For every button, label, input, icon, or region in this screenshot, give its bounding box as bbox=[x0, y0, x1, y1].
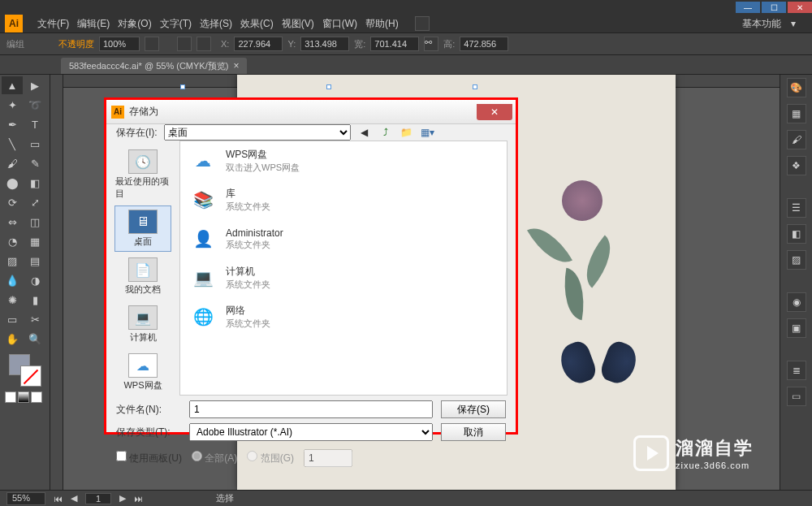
symbols-panel-icon[interactable]: ❖ bbox=[787, 156, 806, 175]
stroke-color-icon[interactable] bbox=[20, 365, 41, 387]
selection-handle[interactable] bbox=[180, 84, 185, 89]
menu-select[interactable]: 选择(S) bbox=[200, 17, 232, 31]
file-list-item[interactable]: 🌐 网络系统文件夹 bbox=[180, 297, 507, 336]
workspace-label[interactable]: 基本功能 bbox=[742, 17, 781, 31]
direct-selection-tool[interactable]: ▶ bbox=[24, 76, 45, 94]
menu-edit[interactable]: 编辑(E) bbox=[77, 17, 110, 31]
graphic-styles-panel-icon[interactable]: ▣ bbox=[787, 318, 806, 338]
zoom-level[interactable]: 55% bbox=[6, 492, 45, 505]
save-in-dropdown[interactable]: 桌面 bbox=[164, 124, 351, 141]
free-transform-tool[interactable]: ◫ bbox=[24, 213, 45, 231]
sidebar-item-computer[interactable]: 💻 计算机 bbox=[114, 301, 171, 348]
workspace-dropdown-icon[interactable]: ▾ bbox=[791, 18, 796, 29]
blob-brush-tool[interactable]: ⬤ bbox=[2, 174, 23, 192]
up-folder-icon[interactable]: ⤴ bbox=[378, 125, 393, 140]
file-list-item[interactable]: 📚 库系统文件夹 bbox=[180, 180, 507, 219]
color-mode-gradient[interactable] bbox=[18, 391, 29, 403]
lasso-tool[interactable]: ➰ bbox=[24, 96, 45, 114]
dialog-file-list[interactable]: ☁ WPS网盘双击进入WPS网盘 📚 库系统文件夹 👤 Administrato… bbox=[179, 141, 508, 396]
sidebar-item-wps[interactable]: ☁ WPS网盘 bbox=[114, 349, 171, 396]
eraser-tool[interactable]: ◧ bbox=[24, 174, 45, 192]
dialog-close-button[interactable]: ✕ bbox=[477, 104, 512, 120]
opacity-input[interactable] bbox=[99, 37, 140, 51]
tab-close-icon[interactable]: × bbox=[233, 60, 239, 71]
align-icon-1[interactable] bbox=[177, 37, 192, 51]
link-wh-icon[interactable]: ⚯ bbox=[424, 37, 438, 51]
perspective-tool[interactable]: ▦ bbox=[24, 232, 45, 250]
view-menu-icon[interactable]: ▦▾ bbox=[421, 125, 435, 140]
sidebar-item-desktop[interactable]: 🖥 桌面 bbox=[114, 205, 171, 252]
fill-stroke-swatch[interactable] bbox=[9, 354, 41, 387]
document-tab[interactable]: 583feedaccc4c.ai* @ 55% (CMYK/预览) × bbox=[61, 58, 247, 74]
scale-tool[interactable]: ⤢ bbox=[24, 193, 45, 211]
h-input[interactable] bbox=[460, 37, 508, 51]
rectangle-tool[interactable]: ▭ bbox=[24, 135, 45, 153]
artboard-tool[interactable]: ▭ bbox=[2, 310, 23, 328]
type-tool[interactable]: T bbox=[24, 115, 45, 133]
magic-wand-tool[interactable]: ✦ bbox=[2, 96, 23, 114]
file-list-item[interactable]: ☁ WPS网盘双击进入WPS网盘 bbox=[180, 141, 507, 180]
cancel-button[interactable]: 取消 bbox=[441, 423, 506, 441]
file-list-item[interactable]: 👤 Administrator系统文件夹 bbox=[180, 219, 507, 258]
window-minimize-button[interactable]: — bbox=[736, 2, 760, 13]
hand-tool[interactable]: ✋ bbox=[2, 330, 23, 348]
gradient-panel-icon[interactable]: ◧ bbox=[787, 224, 806, 244]
zoom-tool[interactable]: 🔍 bbox=[24, 330, 45, 348]
window-close-button[interactable]: ✕ bbox=[788, 2, 812, 13]
color-mode-none[interactable] bbox=[31, 391, 42, 403]
mesh-tool[interactable]: ▨ bbox=[2, 252, 23, 270]
nav-next-icon[interactable]: ▶ bbox=[119, 493, 126, 504]
swatches-panel-icon[interactable]: ▦ bbox=[787, 104, 806, 123]
layout-icon[interactable] bbox=[415, 16, 430, 31]
save-button[interactable]: 保存(S) bbox=[441, 400, 506, 418]
blend-tool[interactable]: ◑ bbox=[24, 271, 45, 289]
artboards-panel-icon[interactable]: ▭ bbox=[787, 387, 806, 406]
menu-text[interactable]: 文字(T) bbox=[160, 17, 192, 31]
filetype-dropdown[interactable]: Adobe Illustrator (*.AI) bbox=[189, 423, 433, 441]
menu-file[interactable]: 文件(F) bbox=[37, 17, 69, 31]
selection-handle[interactable] bbox=[326, 84, 331, 89]
y-input[interactable] bbox=[300, 37, 349, 51]
brush-tool[interactable]: 🖌 bbox=[2, 154, 23, 172]
pencil-tool[interactable]: ✎ bbox=[24, 154, 45, 172]
graph-tool[interactable]: ▮ bbox=[24, 291, 45, 309]
eyedropper-tool[interactable]: 💧 bbox=[2, 271, 23, 289]
pen-tool[interactable]: ✒ bbox=[2, 115, 23, 133]
symbol-sprayer-tool[interactable]: ✺ bbox=[2, 291, 23, 309]
filename-input[interactable] bbox=[189, 400, 433, 418]
w-input[interactable] bbox=[370, 37, 419, 51]
selection-tool[interactable]: ▲ bbox=[2, 76, 23, 94]
rotate-tool[interactable]: ⟳ bbox=[2, 193, 23, 211]
nav-page-field[interactable]: 1 bbox=[85, 493, 111, 504]
file-list-item[interactable]: 💻 计算机系统文件夹 bbox=[180, 258, 507, 297]
window-maximize-button[interactable]: ☐ bbox=[762, 2, 786, 13]
menu-effect[interactable]: 效果(C) bbox=[240, 17, 274, 31]
x-input[interactable] bbox=[234, 37, 283, 51]
style-icon[interactable] bbox=[145, 37, 159, 51]
color-mode-color[interactable] bbox=[5, 391, 16, 403]
stroke-panel-icon[interactable]: ☰ bbox=[787, 198, 806, 218]
color-panel-icon[interactable]: 🎨 bbox=[787, 78, 806, 97]
align-icon-2[interactable] bbox=[197, 37, 211, 51]
sidebar-item-recent[interactable]: 🕓 最近使用的项目 bbox=[114, 145, 171, 204]
line-tool[interactable]: ╲ bbox=[2, 135, 23, 153]
nav-first-icon[interactable]: ⏮ bbox=[54, 494, 63, 504]
menu-object[interactable]: 对象(O) bbox=[118, 17, 151, 31]
gradient-tool[interactable]: ▤ bbox=[24, 252, 45, 270]
transparency-panel-icon[interactable]: ▨ bbox=[787, 250, 806, 270]
brushes-panel-icon[interactable]: 🖌 bbox=[787, 130, 806, 149]
shape-builder-tool[interactable]: ◔ bbox=[2, 232, 23, 250]
menu-window[interactable]: 窗口(W) bbox=[322, 17, 357, 31]
dialog-title-bar[interactable]: Ai 存储为 ✕ bbox=[106, 100, 516, 124]
slice-tool[interactable]: ✂ bbox=[24, 310, 45, 328]
nav-last-icon[interactable]: ⏭ bbox=[134, 494, 143, 504]
sidebar-item-documents[interactable]: 📄 我的文档 bbox=[114, 253, 171, 300]
use-artboard-checkbox[interactable]: 使用画板(U) bbox=[116, 451, 182, 465]
selection-handle[interactable] bbox=[473, 84, 477, 89]
new-folder-icon[interactable]: 📁 bbox=[400, 125, 414, 140]
menu-view[interactable]: 视图(V) bbox=[282, 17, 314, 31]
appearance-panel-icon[interactable]: ◉ bbox=[787, 292, 806, 312]
nav-prev-icon[interactable]: ◀ bbox=[71, 493, 77, 504]
menu-help[interactable]: 帮助(H) bbox=[365, 17, 399, 31]
width-tool[interactable]: ⇔ bbox=[2, 213, 23, 231]
